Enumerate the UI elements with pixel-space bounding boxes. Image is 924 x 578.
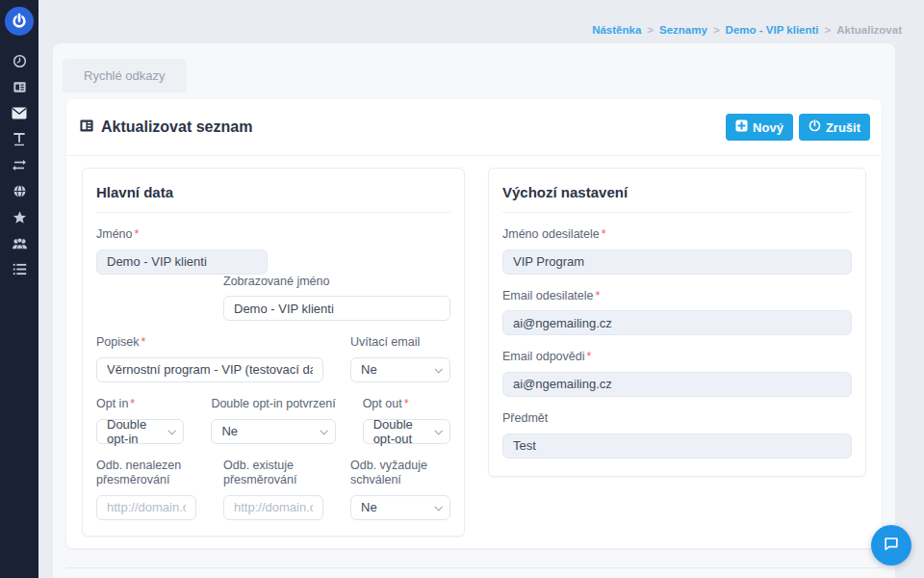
- sidebar-item-web[interactable]: [0, 178, 38, 204]
- required-marker: *: [586, 350, 591, 363]
- list-icon: [13, 263, 27, 276]
- page-title-text: Aktualizovat seznam: [101, 118, 252, 136]
- field-uvitaci-email: Uvítací email Ne: [350, 335, 450, 382]
- odb-vyzaduje-select[interactable]: Ne: [350, 495, 450, 520]
- main-data-title: Hlavní data: [96, 184, 450, 213]
- breadcrumb-lists[interactable]: Seznamy: [659, 24, 707, 36]
- required-marker: *: [404, 397, 409, 410]
- chevron-down-icon: [168, 427, 176, 434]
- sidebar: [0, 0, 38, 578]
- breadcrumb-separator: >: [825, 24, 832, 36]
- predmet-input[interactable]: [502, 434, 852, 459]
- section-divider: [66, 567, 882, 568]
- required-marker: *: [602, 227, 606, 241]
- main-data-row-3: Opt in* Double opt-in Double opt-in potv…: [96, 397, 450, 444]
- odb-existuje-input[interactable]: [223, 495, 323, 520]
- sidebar-item-favorites[interactable]: [0, 204, 38, 230]
- field-opt-in: Opt in* Double opt-in: [96, 397, 184, 444]
- header-buttons: Nový Zrušit: [726, 114, 870, 141]
- jmeno-odesilatele-input[interactable]: [502, 250, 852, 275]
- main-data-card: Hlavní data Jméno* Zobrazované jméno Pop…: [82, 168, 465, 537]
- field-double-opt-in: Double opt-in potvrzení Ne: [211, 397, 335, 444]
- breadcrumb-dashboard[interactable]: Nástěnka: [592, 24, 641, 36]
- jmeno-input[interactable]: [96, 250, 268, 275]
- sidebar-nav: [0, 48, 38, 282]
- sidebar-item-transfers[interactable]: [0, 152, 38, 178]
- sidebar-item-dashboard[interactable]: [0, 48, 38, 74]
- breadcrumb-separator: >: [713, 24, 720, 36]
- uvitaci-email-select[interactable]: Ne: [350, 357, 450, 382]
- sidebar-item-logs[interactable]: [0, 256, 38, 282]
- default-settings-title: Výchozí nastavení: [502, 184, 852, 213]
- star-icon: [13, 210, 27, 224]
- field-popisek: Popisek*: [96, 335, 323, 382]
- app-logo[interactable]: [0, 0, 38, 42]
- chevron-down-icon: [434, 365, 442, 373]
- field-email-odpovedi: Email odpovědi*: [502, 350, 852, 397]
- required-marker: *: [135, 227, 140, 241]
- main-data-row-2: Popisek* Uvítací email Ne: [96, 335, 450, 382]
- breadcrumb-list-name[interactable]: Demo - VIP klienti: [726, 24, 819, 36]
- clock-icon: [13, 54, 27, 68]
- sidebar-item-contacts[interactable]: [0, 230, 38, 256]
- sidebar-item-email[interactable]: [0, 100, 38, 126]
- update-list-card: Aktualizovat seznam Nový Zrušit: [66, 99, 882, 548]
- content-panel: Rychlé odkazy Aktualizovat seznam Nový: [53, 43, 895, 578]
- zobrazovane-jmeno-input[interactable]: [223, 296, 450, 321]
- default-settings-card: Výchozí nastavení Jméno odesilatele* Ema…: [488, 168, 866, 477]
- popisek-input[interactable]: [96, 357, 323, 382]
- field-email-odesilatele: Email odesilatele*: [502, 289, 852, 336]
- field-predmet: Předmět: [502, 411, 852, 459]
- sidebar-item-texts[interactable]: [0, 126, 38, 152]
- chevron-down-icon: [434, 427, 442, 434]
- breadcrumb-separator: >: [647, 24, 654, 36]
- sidebar-item-lists[interactable]: [0, 74, 38, 100]
- field-jmeno: Jméno*: [96, 227, 268, 275]
- email-odpovedi-input[interactable]: [502, 372, 852, 397]
- chevron-down-icon: [434, 503, 442, 511]
- breadcrumb-current: Aktualizovat: [836, 24, 902, 36]
- field-odb-nenalezen: Odb. nenalezen přesměrování: [96, 459, 196, 520]
- required-marker: *: [141, 335, 145, 349]
- form-cards-row: Hlavní data Jméno* Zobrazované jméno Pop…: [66, 156, 882, 548]
- required-marker: *: [130, 397, 135, 410]
- page-title: Aktualizovat seznam: [79, 118, 252, 137]
- opt-in-select[interactable]: Double opt-in: [96, 419, 184, 444]
- table-icon: [13, 80, 27, 94]
- field-zobrazovane-jmeno: Zobrazované jméno: [223, 275, 450, 322]
- list-alt-icon: [79, 118, 94, 137]
- tab-quick-links[interactable]: Rychlé odkazy: [63, 59, 187, 92]
- chat-button[interactable]: [871, 525, 911, 565]
- envelope-icon: [12, 107, 27, 119]
- opt-out-select[interactable]: Double opt-out: [363, 419, 450, 444]
- field-odb-existuje: Odb. existuje přesměrování: [223, 459, 323, 520]
- field-jmeno-odesilatele: Jméno odesilatele*: [502, 227, 852, 275]
- chat-bubble-icon: [883, 535, 900, 556]
- required-marker: *: [596, 289, 601, 302]
- double-opt-in-select[interactable]: Ne: [211, 419, 335, 444]
- exchange-icon: [12, 159, 27, 171]
- odb-nenalezen-input[interactable]: [96, 495, 196, 520]
- users-icon: [12, 237, 28, 250]
- globe-icon: [13, 184, 27, 198]
- update-list-header: Aktualizovat seznam Nový Zrušit: [66, 99, 882, 156]
- main-data-row-4: Odb. nenalezen přesměrování Odb. existuj…: [96, 459, 450, 520]
- plus-square-icon: [735, 119, 748, 135]
- breadcrumb: Nástěnka > Seznamy > Demo - VIP klienti …: [592, 24, 902, 36]
- text-icon: [13, 132, 26, 146]
- main-data-row-1: Jméno* Zobrazované jméno: [96, 227, 450, 321]
- new-button[interactable]: Nový: [726, 114, 793, 141]
- email-odesilatele-input[interactable]: [502, 310, 852, 335]
- cancel-button[interactable]: Zrušit: [799, 114, 870, 141]
- field-opt-out: Opt out* Double opt-out: [363, 397, 450, 444]
- power-icon: [5, 7, 34, 36]
- power-off-icon: [808, 119, 821, 135]
- chevron-down-icon: [320, 427, 327, 434]
- field-odb-vyzaduje: Odb. vyžaduje schválení Ne: [350, 459, 450, 520]
